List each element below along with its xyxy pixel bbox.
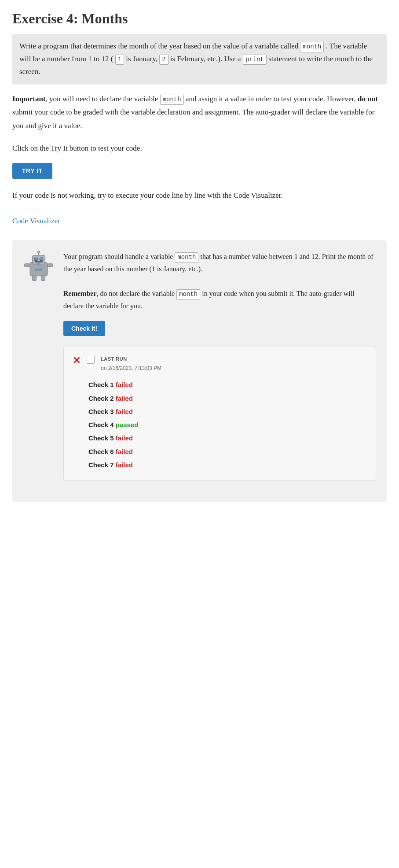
important-section: Important, you will need to declare the … xyxy=(12,92,387,133)
check-row: Check 4 passed xyxy=(88,419,367,431)
page-title: Exercise 4: Months xyxy=(12,11,387,27)
hint-content-block: Your program should handle a variable mo… xyxy=(63,251,376,502)
svg-point-13 xyxy=(37,269,40,271)
check-row: Check 6 failed xyxy=(88,446,367,458)
intro-text3: is January, xyxy=(126,55,157,63)
inline-code-month2: month xyxy=(160,95,184,105)
svg-rect-10 xyxy=(33,275,37,281)
intro-box: Write a program that determines the mont… xyxy=(12,34,387,85)
inline-code-print: print xyxy=(243,55,267,65)
check-row: Check 3 failed xyxy=(88,406,367,417)
remember-text1: , do not declare the variable xyxy=(97,290,175,297)
visualizer-text: If your code is not working, try to exec… xyxy=(12,189,387,202)
inline-code-month4: month xyxy=(176,289,200,300)
svg-rect-7 xyxy=(37,263,40,265)
inline-code-month3: month xyxy=(175,252,198,263)
svg-rect-11 xyxy=(41,275,45,281)
check-it-button[interactable]: Check It! xyxy=(63,321,105,336)
intro-text1: Write a program that determines the mont… xyxy=(19,42,298,50)
hint-below-btn: Check It! xyxy=(63,312,376,341)
inline-code-2: 2 xyxy=(159,55,168,65)
results-panel: ✕ LAST RUN on 2/16/2023, 7:13:03 PM Chec… xyxy=(63,347,376,481)
robot-icon xyxy=(23,251,55,282)
svg-rect-8 xyxy=(25,264,30,267)
hint-text-block: Your program should handle a variable mo… xyxy=(63,251,376,502)
important-do-not: do not xyxy=(358,95,378,103)
intro-text4: is February, etc.). Use a xyxy=(170,55,241,63)
important-text2: and assign it a value in order to test y… xyxy=(186,95,356,103)
results-header: ✕ LAST RUN on 2/16/2023, 7:13:03 PM xyxy=(73,355,367,373)
hint-body-text1: Your program should handle a variable mo… xyxy=(63,251,376,275)
check-row: Check 5 failed xyxy=(88,432,367,444)
svg-rect-3 xyxy=(40,258,43,260)
check-row: Check 7 failed xyxy=(88,459,367,471)
svg-point-14 xyxy=(40,269,42,271)
error-x-icon: ✕ xyxy=(73,356,81,366)
check-row: Check 2 failed xyxy=(88,393,367,404)
hint-card-inner: Your program should handle a variable mo… xyxy=(23,251,376,502)
important-text1: , you will need to declare the variable xyxy=(46,95,158,103)
hint-card: Your program should handle a variable mo… xyxy=(12,240,387,502)
important-text3: submit your code to be graded with the v… xyxy=(12,108,374,130)
svg-rect-2 xyxy=(34,258,37,260)
code-visualizer-link[interactable]: Code Visualizer xyxy=(12,217,60,225)
check-results-list: Check 1 failedCheck 2 failedCheck 3 fail… xyxy=(88,379,367,471)
svg-point-12 xyxy=(35,269,37,271)
inline-code-month1: month xyxy=(300,42,324,52)
visualizer-section: If your code is not working, try to exec… xyxy=(12,189,387,228)
important-bold: Important xyxy=(12,95,46,103)
last-run-label: LAST RUN xyxy=(101,355,161,363)
last-run-info: LAST RUN on 2/16/2023, 7:13:03 PM xyxy=(101,355,161,373)
checkbox-placeholder xyxy=(87,355,95,368)
try-it-button[interactable]: TRY IT xyxy=(12,163,52,179)
svg-rect-9 xyxy=(48,264,53,267)
svg-point-6 xyxy=(37,251,40,253)
click-text: Click on the Try It button to test your … xyxy=(12,144,142,152)
check-row: Check 1 failed xyxy=(88,379,367,391)
click-section: Click on the Try It button to test your … xyxy=(12,142,387,155)
inline-code-1: 1 xyxy=(115,55,124,65)
last-run-date: on 2/16/2023, 7:13:03 PM xyxy=(101,364,161,373)
svg-rect-4 xyxy=(35,261,43,262)
triangle-indicator xyxy=(77,336,85,341)
hint-remember: Remember, do not declare the variable mo… xyxy=(63,288,376,312)
remember-bold: Remember xyxy=(63,290,97,297)
